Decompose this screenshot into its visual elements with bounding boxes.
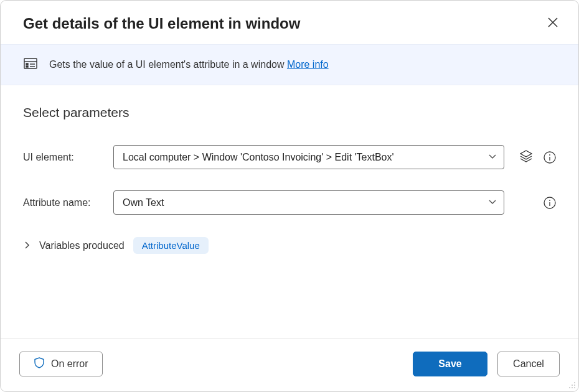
on-error-button[interactable]: On error <box>19 352 103 376</box>
ui-element-value: Local computer > Window 'Contoso Invoici… <box>123 152 394 163</box>
ui-element-dropdown[interactable]: Local computer > Window 'Contoso Invoici… <box>113 145 504 169</box>
resize-grip-icon[interactable] <box>567 380 576 389</box>
chevron-right-icon <box>23 240 31 251</box>
svg-rect-4 <box>26 66 28 67</box>
ui-element-picker-icon[interactable] <box>520 150 532 165</box>
ui-element-label: UI element: <box>23 152 113 163</box>
info-bar: Gets the value of a UI element's attribu… <box>1 44 578 85</box>
cancel-button[interactable]: Cancel <box>497 352 560 376</box>
info-icon[interactable] <box>544 197 556 209</box>
svg-point-10 <box>549 200 550 201</box>
section-title: Select parameters <box>1 85 578 126</box>
svg-point-13 <box>572 385 573 386</box>
save-button[interactable]: Save <box>413 352 487 376</box>
shield-icon <box>34 357 45 371</box>
details-panel-icon <box>23 56 38 73</box>
svg-point-16 <box>572 387 573 388</box>
info-sentence: Gets the value of a UI element's attribu… <box>49 59 287 70</box>
info-icon[interactable] <box>544 151 556 164</box>
svg-point-12 <box>574 382 575 383</box>
close-icon[interactable] <box>545 14 561 33</box>
dialog: Get details of the UI element in window … <box>0 0 579 392</box>
chevron-down-icon <box>487 151 497 164</box>
svg-point-14 <box>574 385 575 386</box>
dialog-footer: On error Save Cancel <box>1 338 578 391</box>
attribute-name-value: Own Text <box>123 197 164 208</box>
variables-row[interactable]: Variables produced AttributeValue <box>1 215 578 254</box>
info-text: Gets the value of a UI element's attribu… <box>49 59 329 70</box>
dialog-header: Get details of the UI element in window <box>1 1 578 44</box>
svg-point-15 <box>569 387 570 388</box>
attribute-name-row: Attribute name: Own Text <box>23 190 556 215</box>
on-error-label: On error <box>51 358 88 370</box>
ui-element-row: UI element: Local computer > Window 'Con… <box>23 145 556 169</box>
svg-point-17 <box>574 387 575 388</box>
variable-badge[interactable]: AttributeValue <box>133 237 209 254</box>
attribute-name-label: Attribute name: <box>23 197 113 208</box>
more-info-link[interactable]: More info <box>287 59 329 70</box>
parameters: UI element: Local computer > Window 'Con… <box>1 126 578 215</box>
attribute-name-dropdown[interactable]: Own Text <box>113 190 504 215</box>
svg-point-7 <box>549 154 550 156</box>
svg-rect-2 <box>26 63 28 65</box>
dialog-title: Get details of the UI element in window <box>23 15 300 32</box>
chevron-down-icon <box>487 197 497 209</box>
variables-label: Variables produced <box>39 240 125 251</box>
